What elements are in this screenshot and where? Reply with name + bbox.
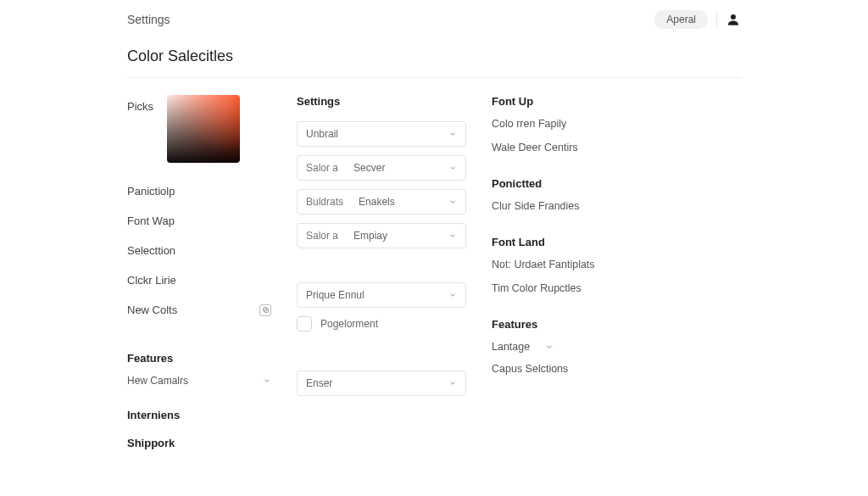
user-icon[interactable]: [726, 12, 741, 27]
new-colts-row: New Colts: [127, 297, 271, 326]
breadcrumb-settings[interactable]: Settings: [127, 13, 170, 26]
chevron-down-icon: [545, 343, 554, 351]
page-title: Color Salecitles: [127, 47, 741, 77]
chevron-down-icon: [448, 198, 457, 206]
svg-point-0: [731, 14, 736, 20]
svg-rect-2: [263, 308, 267, 312]
salor-secver-select[interactable]: Salor a Secver: [297, 155, 466, 181]
divider: [127, 77, 741, 78]
tim-color-link[interactable]: Tim Color Rupctles: [492, 282, 741, 294]
copy-icon[interactable]: [259, 304, 271, 316]
hew-camalrs-select[interactable]: Hew Camalrs: [127, 375, 271, 387]
font-up-heading: Font Up: [492, 95, 741, 108]
prique-ennul-value: Prique Ennul: [306, 289, 364, 301]
pair1-b: Secver: [353, 162, 385, 174]
wale-deer-link[interactable]: Wale Deer Centirs: [492, 142, 741, 153]
svg-rect-1: [264, 309, 269, 313]
lantage-label: Lantage: [492, 341, 530, 353]
pair3-b: Empiay: [353, 230, 387, 242]
enser-value: Enser: [306, 377, 332, 389]
selecttion-label: Selecttion: [127, 237, 271, 267]
new-colts-label: New Colts: [127, 304, 177, 316]
chevron-down-icon: [448, 291, 457, 299]
chevron-down-icon: [448, 379, 457, 387]
pair2-b: Enakels: [359, 196, 395, 208]
prique-ennul-select[interactable]: Prique Ennul: [297, 282, 466, 308]
unbrail-value: Unbrail: [306, 128, 338, 140]
chevron-down-icon: [448, 130, 457, 138]
colo-rren-link[interactable]: Colo rren Fapily: [492, 118, 741, 130]
ponictted-heading: Ponictted: [492, 177, 741, 190]
pogelorment-checkbox[interactable]: [297, 316, 312, 332]
shippork-heading: Shippork: [127, 437, 271, 449]
not-urdaet-link[interactable]: Not: Urdaet Fantiplats: [492, 259, 741, 270]
pair1-a: Salor a: [306, 162, 338, 174]
chevron-down-icon: [448, 164, 457, 172]
picks-label: Picks: [127, 95, 153, 113]
divider: [716, 12, 717, 27]
salor-empiay-select[interactable]: Salor a Empiay: [297, 223, 466, 248]
clur-side-link[interactable]: Clur Side Frandies: [492, 200, 741, 212]
buldrats-enakels-select[interactable]: Buldrats Enakels: [297, 189, 466, 215]
settings-heading: Settings: [297, 95, 466, 108]
pair2-a: Buldrats: [306, 196, 343, 208]
features-heading-right: Features: [492, 318, 741, 331]
color-swatch[interactable]: [167, 95, 240, 163]
pogelorment-label: Pogelorment: [320, 318, 378, 330]
font-wap-label: Font Wap: [127, 208, 271, 237]
lantage-select[interactable]: Lantage: [492, 341, 741, 353]
chevron-down-icon: [448, 231, 457, 240]
features-heading: Features: [127, 352, 271, 365]
font-land-heading: Font Land: [492, 236, 741, 248]
interniens-heading: Interniens: [127, 409, 271, 421]
pair3-a: Salor a: [306, 230, 338, 242]
capus-link[interactable]: Capus Selctions: [492, 363, 741, 375]
aperal-button[interactable]: Aperal: [654, 10, 708, 29]
unbrail-select[interactable]: Unbrail: [297, 121, 466, 147]
panictiolp-label: Panictiolp: [127, 178, 271, 208]
enser-select[interactable]: Enser: [297, 371, 466, 396]
chevron-down-icon: [263, 376, 271, 385]
hew-camalrs-label: Hew Camalrs: [127, 375, 188, 387]
clckr-line-label: Clckr Lirie: [127, 267, 271, 297]
